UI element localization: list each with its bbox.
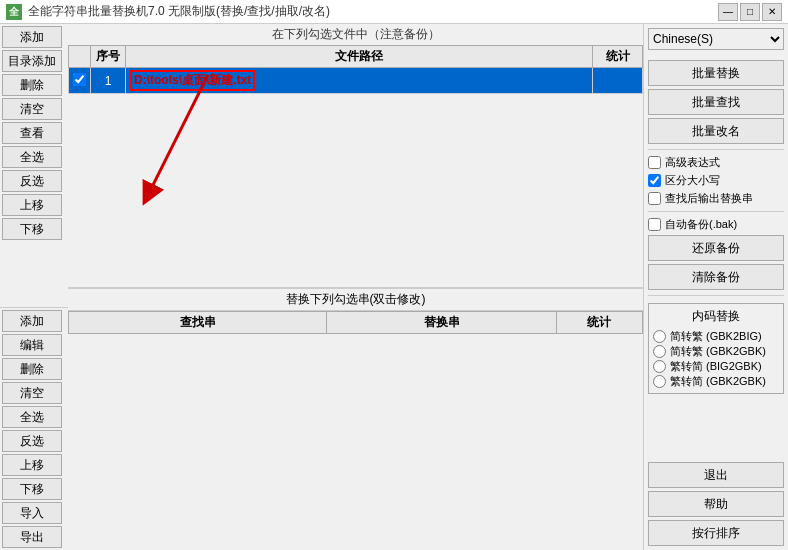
- col-stat2: 统计: [556, 311, 642, 333]
- col-stat: 统计: [593, 46, 643, 68]
- left-bottom-btn-7[interactable]: 下移: [2, 478, 62, 500]
- left-bottom-btn-0[interactable]: 添加: [2, 310, 62, 332]
- right-column: Chinese(S) Chinese(T) English Japanese 批…: [643, 24, 788, 550]
- col-search: 查找串: [69, 311, 327, 333]
- case-sensitive-label: 区分大小写: [665, 173, 720, 188]
- left-top-btn-0[interactable]: 添加: [2, 26, 62, 48]
- restore-backup-button[interactable]: 还原备份: [648, 235, 784, 261]
- col-check: [69, 46, 91, 68]
- radio-gbk2big: 简转繁 (GBK2BIG): [653, 329, 779, 344]
- checkbox-backup: 自动备份(.bak): [648, 217, 784, 232]
- left-top-btn-1[interactable]: 目录添加: [2, 50, 62, 72]
- left-top-btn-6[interactable]: 反选: [2, 170, 62, 192]
- advanced-expr-checkbox[interactable]: [648, 156, 661, 169]
- file-path-text: D:\tools\桌面\新建.txt: [130, 70, 255, 91]
- separator-2: [648, 211, 784, 212]
- file-table-row[interactable]: 1 D:\tools\桌面\新建.txt: [69, 68, 643, 94]
- clear-backup-button[interactable]: 清除备份: [648, 264, 784, 290]
- sort-by-row-button[interactable]: 按行排序: [648, 520, 784, 546]
- row-stat: [593, 68, 643, 94]
- left-bottom-btn-8[interactable]: 导入: [2, 502, 62, 524]
- left-top-btn-4[interactable]: 查看: [2, 122, 62, 144]
- col-seq: 序号: [91, 46, 126, 68]
- row-checkbox-cell: [69, 68, 91, 94]
- checkbox-advanced: 高级表达式: [648, 155, 784, 170]
- left-bottom-btn-1[interactable]: 编辑: [2, 334, 62, 356]
- batch-rename-button[interactable]: 批量改名: [648, 118, 784, 144]
- case-sensitive-checkbox[interactable]: [648, 174, 661, 187]
- language-select[interactable]: Chinese(S) Chinese(T) English Japanese: [648, 28, 784, 50]
- help-button[interactable]: 帮助: [648, 491, 784, 517]
- top-section-label: 在下列勾选文件中（注意备份）: [68, 24, 643, 45]
- batch-find-button[interactable]: 批量查找: [648, 89, 784, 115]
- output-replace-label: 查找后输出替换串: [665, 191, 753, 206]
- radio-gbk2big-label: 简转繁 (GBK2BIG): [670, 329, 762, 344]
- file-table-wrapper: 序号 文件路径 统计 1 D:\tools\桌面\新建.txt: [68, 45, 643, 287]
- replace-table-wrapper: 查找串 替换串 统计: [68, 311, 643, 551]
- left-column: 添加目录添加删除清空查看全选反选上移下移 添加编辑删除清空全选反选上移下移导入导…: [0, 24, 68, 550]
- left-bottom-btn-9[interactable]: 导出: [2, 526, 62, 548]
- left-bottom-btn-2[interactable]: 删除: [2, 358, 62, 380]
- checkbox-output: 查找后输出替换串: [648, 191, 784, 206]
- radio-gbk2gbk-input[interactable]: [653, 345, 666, 358]
- output-replace-checkbox[interactable]: [648, 192, 661, 205]
- radio-big2gbk-label: 繁转简 (BIG2GBK): [670, 359, 762, 374]
- radio-big2gbk-input[interactable]: [653, 360, 666, 373]
- left-bottom-btn-4[interactable]: 全选: [2, 406, 62, 428]
- col-replace: 替换串: [327, 311, 557, 333]
- radio-gbk2gbk: 简转繁 (GBK2GBK): [653, 344, 779, 359]
- file-table: 序号 文件路径 统计 1 D:\tools\桌面\新建.txt: [68, 45, 643, 94]
- arrow-indicator: [128, 65, 328, 265]
- left-top-btn-5[interactable]: 全选: [2, 146, 62, 168]
- close-button[interactable]: ✕: [762, 3, 782, 21]
- radio-gbk2gbk2-label: 繁转简 (GBK2GBK): [670, 374, 766, 389]
- row-checkbox[interactable]: [73, 73, 86, 86]
- separator-1: [648, 149, 784, 150]
- app-title: 全能字符串批量替换机7.0 无限制版(替换/查找/抽取/改名): [28, 3, 330, 20]
- left-bottom-btn-6[interactable]: 上移: [2, 454, 62, 476]
- maximize-button[interactable]: □: [740, 3, 760, 21]
- radio-gbk2gbk2-input[interactable]: [653, 375, 666, 388]
- title-bar-controls: — □ ✕: [718, 3, 782, 21]
- encode-section: 内码替换 简转繁 (GBK2BIG) 简转繁 (GBK2GBK) 繁转简 (BI…: [648, 303, 784, 394]
- row-seq: 1: [91, 68, 126, 94]
- left-bottom-buttons: 添加编辑删除清空全选反选上移下移导入导出: [0, 308, 68, 550]
- radio-gbk2gbk-label: 简转繁 (GBK2GBK): [670, 344, 766, 359]
- left-top-buttons: 添加目录添加删除清空查看全选反选上移下移: [0, 24, 68, 242]
- left-top-btn-8[interactable]: 下移: [2, 218, 62, 240]
- bottom-section-label: 替换下列勾选串(双击修改): [68, 288, 643, 311]
- replace-table: 查找串 替换串 统计: [68, 311, 643, 334]
- left-top-btn-2[interactable]: 删除: [2, 74, 62, 96]
- bottom-area: 替换下列勾选串(双击修改) 查找串 替换串 统计: [68, 288, 643, 551]
- app-body: 添加目录添加删除清空查看全选反选上移下移 添加编辑删除清空全选反选上移下移导入导…: [0, 24, 788, 550]
- advanced-expr-label: 高级表达式: [665, 155, 720, 170]
- left-top-btn-7[interactable]: 上移: [2, 194, 62, 216]
- top-area: 在下列勾选文件中（注意备份） 序号 文件路径 统计 1: [68, 24, 643, 288]
- minimize-button[interactable]: —: [718, 3, 738, 21]
- checkbox-case: 区分大小写: [648, 173, 784, 188]
- mid-column: 在下列勾选文件中（注意备份） 序号 文件路径 统计 1: [68, 24, 643, 550]
- left-bottom-btn-5[interactable]: 反选: [2, 430, 62, 452]
- left-top-btn-3[interactable]: 清空: [2, 98, 62, 120]
- radio-gbk2big-input[interactable]: [653, 330, 666, 343]
- separator-3: [648, 295, 784, 296]
- encode-title: 内码替换: [653, 308, 779, 325]
- col-path: 文件路径: [126, 46, 593, 68]
- auto-backup-checkbox[interactable]: [648, 218, 661, 231]
- title-bar: 全 全能字符串批量替换机7.0 无限制版(替换/查找/抽取/改名) — □ ✕: [0, 0, 788, 24]
- radio-gbk2gbk2: 繁转简 (GBK2GBK): [653, 374, 779, 389]
- batch-replace-button[interactable]: 批量替换: [648, 60, 784, 86]
- title-bar-left: 全 全能字符串批量替换机7.0 无限制版(替换/查找/抽取/改名): [6, 3, 330, 20]
- exit-button[interactable]: 退出: [648, 462, 784, 488]
- auto-backup-label: 自动备份(.bak): [665, 217, 737, 232]
- radio-big2gbk: 繁转简 (BIG2GBK): [653, 359, 779, 374]
- left-bottom-btn-3[interactable]: 清空: [2, 382, 62, 404]
- cursor-icon: ↖: [146, 183, 158, 199]
- app-icon: 全: [6, 4, 22, 20]
- row-path: D:\tools\桌面\新建.txt: [126, 68, 593, 94]
